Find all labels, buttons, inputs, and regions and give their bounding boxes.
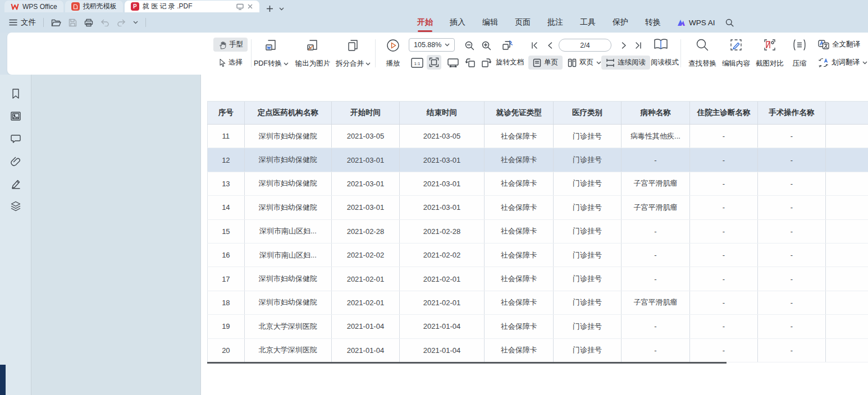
table-cell-cutoff [826,148,868,171]
tab-label: 找稻壳模板 [83,2,117,11]
tab-document-active[interactable]: P 就 医 记 录 .PDF [125,1,259,12]
tab-insert[interactable]: 插入 [441,12,474,33]
full-translate-button[interactable]: 全文翻译 [816,38,862,52]
page-indicator-input[interactable]: 2/4 [559,39,611,52]
tab-convert[interactable]: 转换 [637,12,669,33]
document-viewer[interactable]: 序号定点医药机构名称开始时间结束时间就诊凭证类型医疗类别病种名称住院主诊断名称手… [31,75,868,395]
table-cell: 2021-02-28 [332,220,400,243]
select-tool-button[interactable]: 选择 [213,56,247,70]
zoom-out-icon[interactable] [463,39,476,52]
split-merge-button[interactable]: 拆分合并 [335,36,372,71]
read-mode-button[interactable]: 阅读模式 [646,56,683,70]
ribbon-tabs: 开始 插入 编辑 页面 批注 工具 保护 转换 WPS AI [409,12,734,33]
table-cell: - [690,267,758,290]
table-row[interactable]: 11深圳市妇幼保健院2021-03-052021-03-05社会保障卡门诊挂号病… [207,125,868,148]
redo-icon[interactable] [117,19,126,26]
table-row[interactable]: 20北京大学深圳医院2021-01-042021-01-04社会保障卡门诊挂号-… [207,339,868,362]
table-cell-cutoff [826,315,868,338]
table-row[interactable]: 17深圳市妇幼保健院2021-02-012021-02-01社会保障卡门诊挂号-… [207,267,868,291]
table-cell: 2021-02-01 [332,267,400,290]
select-tool-label: 选择 [229,58,243,67]
table-row[interactable]: 15深圳市南山区妇...2021-02-282021-02-28社会保障卡门诊挂… [207,220,868,244]
previous-page-icon[interactable] [543,39,556,52]
single-page-button[interactable]: 单页 [528,56,563,70]
layers-panel-icon[interactable] [0,195,31,217]
tab-comment[interactable]: 批注 [539,12,572,33]
first-page-icon[interactable] [528,39,541,52]
file-menu[interactable]: 文件 [9,17,36,27]
tab-protect[interactable]: 保护 [604,12,637,33]
table-cell: 2021-01-04 [332,315,400,338]
table-header-row: 序号定点医药机构名称开始时间结束时间就诊凭证类型医疗类别病种名称住院主诊断名称手… [207,101,868,125]
read-mode-book-icon[interactable] [653,38,669,51]
attachment-panel-icon[interactable] [0,150,31,172]
comment-panel-icon[interactable] [0,127,31,150]
column-header: 就诊凭证类型 [485,102,554,124]
tab-home[interactable]: 开始 [409,12,441,33]
table-row[interactable]: 16深圳市南山区妇...2021-02-022021-02-02社会保障卡门诊挂… [207,244,868,267]
tab-page[interactable]: 页面 [506,12,539,33]
screenshot-compare-icon [763,38,776,52]
edit-content-button[interactable]: 编辑内容 [719,36,753,71]
table-row[interactable]: 18深圳市妇幼保健院2021-02-012021-02-01社会保障卡门诊挂号子… [207,291,868,315]
tab-edit[interactable]: 编辑 [474,12,506,33]
zoom-in-icon[interactable] [480,39,492,52]
table-row[interactable]: 19北京大学深圳医院2021-01-042021-01-04社会保障卡门诊挂号-… [207,315,868,338]
menu-search-icon[interactable] [725,19,734,27]
table-row[interactable]: 13深圳市妇幼保健院2021-03-012021-03-01社会保障卡门诊挂号子… [207,172,868,196]
export-image-button[interactable]: 输出为图片 [292,36,334,71]
table-cell: - [758,244,826,267]
signature-panel-icon[interactable] [0,172,31,195]
find-replace-label: 查找替换 [688,59,716,68]
double-page-label: 双页 [579,58,593,67]
rotate-document-icon[interactable] [501,39,514,52]
table-cell: 深圳市妇幼保健院 [245,267,332,290]
table-cell: 15 [207,220,245,243]
fit-width-button[interactable] [446,56,460,70]
column-header: 序号 [207,102,245,124]
table-row[interactable]: 12深圳市妇幼保健院2021-03-012021-03-01社会保障卡门诊挂号-… [207,148,868,172]
zoom-level-combobox[interactable]: 105.88% [409,38,455,52]
double-page-button[interactable]: 双页 [563,56,606,70]
save-icon[interactable] [68,19,77,27]
rotate-document-button[interactable]: 旋转文档 [494,56,526,70]
table-row[interactable]: 14深圳市妇幼保健院2021-03-012021-03-01社会保障卡门诊挂号子… [207,196,868,219]
table-cell: 社会保障卡 [485,244,554,267]
page-indicator-value: 2/4 [580,42,590,49]
close-tab-icon[interactable] [247,3,253,10]
continuous-read-button[interactable]: 连续阅读 [601,56,650,70]
open-file-icon[interactable] [51,19,61,27]
compress-button[interactable]: 压缩 [787,36,812,71]
last-page-icon[interactable] [632,39,645,52]
quick-access-chevron-icon[interactable] [133,21,138,24]
rotate-left-icon[interactable] [464,56,477,70]
table-cell: 2021-03-05 [332,125,400,148]
word-translate-button[interactable]: 划词翻译 [816,56,868,70]
find-replace-button[interactable]: 查找替换 [685,36,720,71]
table-cell: - [690,220,758,243]
next-page-icon[interactable] [618,39,630,52]
table-cell: 门诊挂号 [554,267,622,290]
present-to-screen-icon[interactable] [236,3,244,10]
column-header: 开始时间 [332,102,400,124]
actual-size-button[interactable]: 1:1 [409,56,425,70]
wps-ai-entry[interactable]: WPS AI [677,19,715,27]
tab-tools[interactable]: 工具 [572,12,604,33]
rotate-right-icon[interactable] [479,56,493,70]
bookmark-panel-icon[interactable] [0,82,31,105]
hand-tool-button[interactable]: 手型 [213,38,248,52]
tab-wps-office[interactable]: WPS Office [4,1,63,12]
new-tab-icon[interactable] [266,5,273,12]
play-button[interactable]: 播放 [380,36,406,71]
divider [251,39,252,67]
tab-docer-templates[interactable]: 找稻壳模板 [65,1,123,12]
undo-icon[interactable] [100,19,109,26]
pdf-convert-button[interactable]: PDF转换 [253,36,290,71]
print-icon[interactable] [84,19,93,27]
menu-bar: 文件 开始 插入 编辑 页面 批注 工具 保护 转换 [0,12,868,33]
fit-page-button[interactable] [427,55,441,70]
thumbnail-panel-icon[interactable] [0,105,31,127]
tab-list-chevron-icon[interactable] [279,7,284,11]
table-cell: 门诊挂号 [554,315,622,338]
screenshot-compare-button[interactable]: 截图对比 [752,36,787,71]
